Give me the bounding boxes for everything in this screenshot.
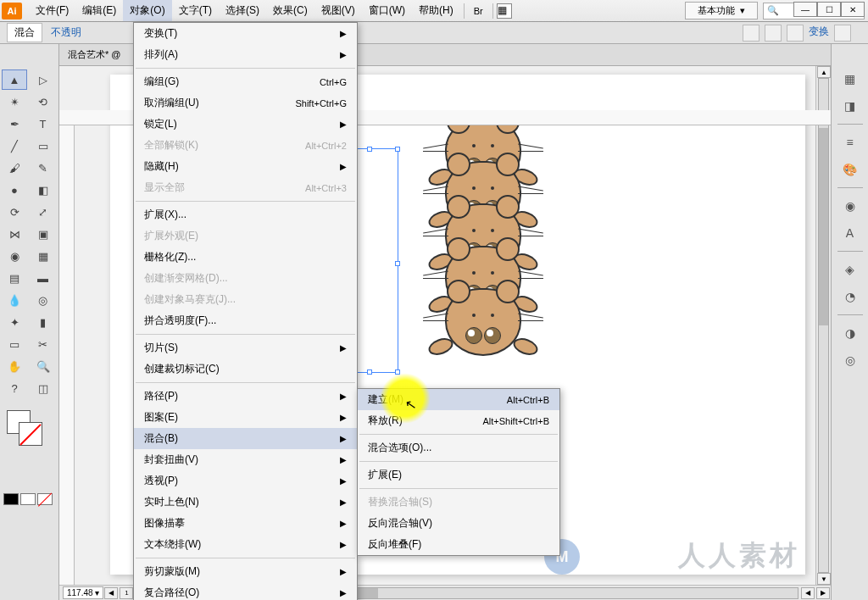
zoom-tool[interactable]: 🔍	[31, 356, 56, 376]
selection-tool[interactable]: ▲	[2, 69, 27, 90]
vertical-ruler	[59, 125, 75, 585]
submenu-item[interactable]: 反向堆叠(F)	[358, 534, 559, 555]
menu-item[interactable]: 混合(B)▶	[134, 428, 357, 449]
chevron-down-icon: ▾	[740, 5, 745, 16]
menu-item[interactable]: 路径(P)▶	[134, 386, 357, 407]
arrange-docs-button[interactable]: ▦	[497, 3, 512, 19]
lasso-tool[interactable]: ⟲	[31, 92, 56, 112]
toggle-tool[interactable]: ◫	[31, 378, 56, 398]
blend-tool[interactable]: ◎	[31, 290, 56, 310]
menu-item[interactable]: 切片(S)▶	[134, 337, 357, 358]
prev-artboard-button[interactable]: ◀	[104, 587, 118, 599]
menu-item[interactable]: 创建裁切标记(C)	[134, 358, 357, 380]
submenu-item[interactable]: 混合选项(O)...	[358, 437, 559, 458]
rotate-tool[interactable]: ⟳	[2, 202, 27, 222]
color-mode-swatches[interactable]	[0, 493, 58, 505]
workspace-switcher[interactable]: 基本功能 ▾	[685, 2, 758, 19]
bridge-button[interactable]: Br	[468, 3, 489, 19]
free-transform-tool[interactable]: ▣	[31, 224, 56, 244]
menu-item[interactable]: 变换(T)▶	[134, 23, 357, 44]
eyedropper-tool[interactable]: 💧	[2, 290, 27, 310]
menu-item[interactable]: 取消编组(U)Shift+Ctrl+G	[134, 92, 357, 114]
menubar: Ai 文件(F) 编辑(E) 对象(O) 文字(T) 选择(S) 效果(C) 视…	[0, 0, 868, 22]
slice-tool[interactable]: ✂	[31, 334, 56, 354]
close-button[interactable]: ✕	[841, 2, 865, 17]
submenu-item[interactable]: 反向混合轴(V)	[358, 513, 559, 534]
submenu-item[interactable]: 扩展(E)	[358, 464, 559, 486]
gradient-panel-icon[interactable]: 🎨	[837, 158, 863, 181]
menu-view[interactable]: 视图(V)	[314, 0, 362, 21]
gradient-tool[interactable]: ▬	[31, 268, 56, 288]
eraser-tool[interactable]: ◧	[31, 180, 56, 200]
maximize-button[interactable]: ☐	[817, 2, 841, 17]
blend-submenu: 建立(M)Alt+Ctrl+B释放(R)Alt+Shift+Ctrl+B混合选项…	[357, 388, 560, 556]
menu-object[interactable]: 对象(O)	[123, 0, 171, 21]
menu-item[interactable]: 拼合透明度(F)...	[134, 310, 357, 331]
align-icon[interactable]	[765, 25, 782, 42]
vertical-scrollbar[interactable]: ▲▼	[815, 66, 831, 585]
menu-item[interactable]: 扩展(X)...	[134, 204, 357, 225]
menu-select[interactable]: 选择(S)	[219, 0, 266, 21]
type-tool[interactable]: T	[31, 114, 56, 134]
menu-effect[interactable]: 效果(C)	[266, 0, 314, 21]
width-tool[interactable]: ⋈	[2, 224, 27, 244]
magic-wand-tool[interactable]: ✴	[2, 92, 27, 112]
stroke-panel-icon[interactable]: ≡	[837, 131, 863, 153]
artboard-nav[interactable]: 1	[120, 587, 133, 599]
menu-type[interactable]: 文字(T)	[172, 0, 219, 21]
hand-tool[interactable]: ✋	[2, 356, 27, 376]
menu-item[interactable]: 封套扭曲(V)▶	[134, 449, 357, 470]
graphic-styles-icon[interactable]: ◎	[837, 349, 863, 371]
stroke-swatch[interactable]	[19, 422, 42, 446]
zoom-input[interactable]: 117.48 ▾	[63, 586, 103, 599]
menu-item[interactable]: 文本绕排(W)▶	[134, 534, 357, 555]
menu-item[interactable]: 排列(A)▶	[134, 44, 357, 65]
minimize-button[interactable]: —	[793, 2, 817, 17]
shape-builder-tool[interactable]: ◉	[2, 246, 27, 266]
menu-item[interactable]: 编组(G)Ctrl+G	[134, 71, 357, 92]
line-tool[interactable]: ╱	[2, 136, 27, 156]
menu-item[interactable]: 隐藏(H)▶	[134, 156, 357, 177]
menu-item[interactable]: 透视(P)▶	[134, 470, 357, 492]
color-control[interactable]	[0, 407, 58, 449]
menu-item[interactable]: 图像描摹▶	[134, 513, 357, 534]
artboard-tool[interactable]: ▭	[2, 334, 27, 354]
symbol-sprayer-tool[interactable]: ✦	[2, 312, 27, 332]
menu-window[interactable]: 窗口(W)	[362, 0, 412, 21]
menu-edit[interactable]: 编辑(E)	[75, 0, 123, 21]
menu-item[interactable]: 栅格化(Z)...	[134, 247, 357, 268]
blob-brush-tool[interactable]: ●	[2, 180, 27, 200]
paintbrush-tool[interactable]: 🖌	[2, 158, 27, 178]
menu-item[interactable]: 剪切蒙版(M)▶	[134, 561, 357, 582]
appearance-panel-icon[interactable]: ◔	[837, 286, 863, 308]
menu-item[interactable]: 锁定(L)▶	[134, 114, 357, 135]
graph-tool[interactable]: ▮	[31, 312, 56, 332]
color-panel-icon[interactable]: ▦	[837, 68, 863, 90]
layers-panel-icon[interactable]: ◈	[837, 258, 863, 281]
mesh-tool[interactable]: ▤	[2, 268, 27, 288]
menu-item[interactable]: 复合路径(O)▶	[134, 582, 357, 600]
transform-link[interactable]: 变换	[809, 25, 829, 42]
transparency-panel-icon[interactable]: ◑	[837, 322, 863, 344]
menu-help[interactable]: 帮助(H)	[412, 0, 460, 21]
opacity-link[interactable]: 不透明	[51, 25, 81, 40]
menu-item[interactable]: 图案(E)▶	[134, 407, 357, 428]
brushes-panel-icon[interactable]: ◉	[837, 195, 863, 217]
direct-selection-tool[interactable]: ▷	[31, 69, 56, 90]
isolate-icon[interactable]	[834, 25, 851, 42]
menu-file[interactable]: 文件(F)	[29, 0, 75, 21]
submenu-item[interactable]: 建立(M)Alt+Ctrl+B	[358, 389, 559, 410]
align-icon[interactable]	[787, 25, 804, 42]
rectangle-tool[interactable]: ▭	[31, 136, 56, 156]
scale-tool[interactable]: ⤢	[31, 202, 56, 222]
unknown-tool[interactable]: ?	[2, 378, 27, 398]
symbols-panel-icon[interactable]: A	[837, 222, 863, 244]
pencil-tool[interactable]: ✎	[31, 158, 56, 178]
menu-item[interactable]: 实时上色(N)▶	[134, 492, 357, 513]
perspective-tool[interactable]: ▦	[31, 246, 56, 266]
pen-tool[interactable]: ✒	[2, 114, 27, 134]
right-panel-dock: ▦ ◨ ≡ 🎨 ◉ A ◈ ◔ ◑ ◎	[831, 44, 868, 600]
align-icon[interactable]	[743, 25, 760, 42]
submenu-item[interactable]: 释放(R)Alt+Shift+Ctrl+B	[358, 410, 559, 431]
swatches-panel-icon[interactable]: ◨	[837, 95, 863, 117]
